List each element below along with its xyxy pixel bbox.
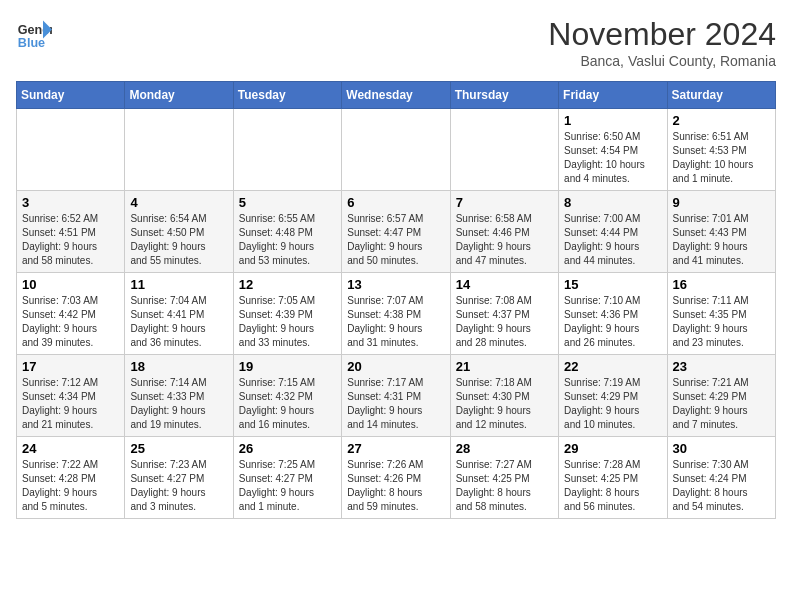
day-number: 17: [22, 359, 119, 374]
calendar-cell: 27Sunrise: 7:26 AM Sunset: 4:26 PM Dayli…: [342, 437, 450, 519]
day-info: Sunrise: 7:25 AM Sunset: 4:27 PM Dayligh…: [239, 458, 336, 514]
day-number: 26: [239, 441, 336, 456]
day-info: Sunrise: 6:54 AM Sunset: 4:50 PM Dayligh…: [130, 212, 227, 268]
title-block: November 2024 Banca, Vaslui County, Roma…: [548, 16, 776, 69]
weekday-header-sunday: Sunday: [17, 82, 125, 109]
calendar-cell: 29Sunrise: 7:28 AM Sunset: 4:25 PM Dayli…: [559, 437, 667, 519]
svg-text:Blue: Blue: [18, 36, 45, 50]
weekday-header-monday: Monday: [125, 82, 233, 109]
day-info: Sunrise: 7:21 AM Sunset: 4:29 PM Dayligh…: [673, 376, 770, 432]
day-number: 9: [673, 195, 770, 210]
calendar-cell: 20Sunrise: 7:17 AM Sunset: 4:31 PM Dayli…: [342, 355, 450, 437]
logo: General Blue: [16, 16, 52, 52]
day-info: Sunrise: 7:30 AM Sunset: 4:24 PM Dayligh…: [673, 458, 770, 514]
calendar-cell: 13Sunrise: 7:07 AM Sunset: 4:38 PM Dayli…: [342, 273, 450, 355]
day-number: 19: [239, 359, 336, 374]
calendar-cell: 18Sunrise: 7:14 AM Sunset: 4:33 PM Dayli…: [125, 355, 233, 437]
day-info: Sunrise: 7:26 AM Sunset: 4:26 PM Dayligh…: [347, 458, 444, 514]
day-number: 21: [456, 359, 553, 374]
day-info: Sunrise: 7:05 AM Sunset: 4:39 PM Dayligh…: [239, 294, 336, 350]
weekday-header-thursday: Thursday: [450, 82, 558, 109]
day-info: Sunrise: 7:03 AM Sunset: 4:42 PM Dayligh…: [22, 294, 119, 350]
logo-icon: General Blue: [16, 16, 52, 52]
calendar-cell: 21Sunrise: 7:18 AM Sunset: 4:30 PM Dayli…: [450, 355, 558, 437]
day-number: 13: [347, 277, 444, 292]
day-info: Sunrise: 7:18 AM Sunset: 4:30 PM Dayligh…: [456, 376, 553, 432]
day-number: 10: [22, 277, 119, 292]
day-number: 27: [347, 441, 444, 456]
calendar-cell: 15Sunrise: 7:10 AM Sunset: 4:36 PM Dayli…: [559, 273, 667, 355]
day-number: 29: [564, 441, 661, 456]
calendar-cell: 26Sunrise: 7:25 AM Sunset: 4:27 PM Dayli…: [233, 437, 341, 519]
day-info: Sunrise: 6:55 AM Sunset: 4:48 PM Dayligh…: [239, 212, 336, 268]
day-info: Sunrise: 6:58 AM Sunset: 4:46 PM Dayligh…: [456, 212, 553, 268]
calendar-cell: [233, 109, 341, 191]
day-number: 1: [564, 113, 661, 128]
day-info: Sunrise: 7:19 AM Sunset: 4:29 PM Dayligh…: [564, 376, 661, 432]
calendar-cell: 17Sunrise: 7:12 AM Sunset: 4:34 PM Dayli…: [17, 355, 125, 437]
calendar-cell: 1Sunrise: 6:50 AM Sunset: 4:54 PM Daylig…: [559, 109, 667, 191]
calendar-cell: 2Sunrise: 6:51 AM Sunset: 4:53 PM Daylig…: [667, 109, 775, 191]
day-number: 4: [130, 195, 227, 210]
calendar-week-4: 17Sunrise: 7:12 AM Sunset: 4:34 PM Dayli…: [17, 355, 776, 437]
location-subtitle: Banca, Vaslui County, Romania: [548, 53, 776, 69]
calendar-cell: 23Sunrise: 7:21 AM Sunset: 4:29 PM Dayli…: [667, 355, 775, 437]
day-info: Sunrise: 6:50 AM Sunset: 4:54 PM Dayligh…: [564, 130, 661, 186]
calendar-cell: 5Sunrise: 6:55 AM Sunset: 4:48 PM Daylig…: [233, 191, 341, 273]
day-number: 23: [673, 359, 770, 374]
weekday-header-wednesday: Wednesday: [342, 82, 450, 109]
calendar-cell: 28Sunrise: 7:27 AM Sunset: 4:25 PM Dayli…: [450, 437, 558, 519]
calendar-cell: 8Sunrise: 7:00 AM Sunset: 4:44 PM Daylig…: [559, 191, 667, 273]
calendar-cell: 6Sunrise: 6:57 AM Sunset: 4:47 PM Daylig…: [342, 191, 450, 273]
day-info: Sunrise: 7:23 AM Sunset: 4:27 PM Dayligh…: [130, 458, 227, 514]
day-info: Sunrise: 6:51 AM Sunset: 4:53 PM Dayligh…: [673, 130, 770, 186]
day-info: Sunrise: 7:17 AM Sunset: 4:31 PM Dayligh…: [347, 376, 444, 432]
calendar-cell: 24Sunrise: 7:22 AM Sunset: 4:28 PM Dayli…: [17, 437, 125, 519]
calendar-cell: 11Sunrise: 7:04 AM Sunset: 4:41 PM Dayli…: [125, 273, 233, 355]
day-number: 5: [239, 195, 336, 210]
calendar-week-2: 3Sunrise: 6:52 AM Sunset: 4:51 PM Daylig…: [17, 191, 776, 273]
calendar-week-5: 24Sunrise: 7:22 AM Sunset: 4:28 PM Dayli…: [17, 437, 776, 519]
calendar-cell: 10Sunrise: 7:03 AM Sunset: 4:42 PM Dayli…: [17, 273, 125, 355]
day-info: Sunrise: 7:04 AM Sunset: 4:41 PM Dayligh…: [130, 294, 227, 350]
day-number: 14: [456, 277, 553, 292]
day-number: 2: [673, 113, 770, 128]
day-number: 3: [22, 195, 119, 210]
calendar-cell: [450, 109, 558, 191]
day-number: 24: [22, 441, 119, 456]
calendar-week-3: 10Sunrise: 7:03 AM Sunset: 4:42 PM Dayli…: [17, 273, 776, 355]
day-info: Sunrise: 7:14 AM Sunset: 4:33 PM Dayligh…: [130, 376, 227, 432]
calendar-cell: 19Sunrise: 7:15 AM Sunset: 4:32 PM Dayli…: [233, 355, 341, 437]
day-number: 18: [130, 359, 227, 374]
day-number: 12: [239, 277, 336, 292]
day-number: 22: [564, 359, 661, 374]
month-title: November 2024: [548, 16, 776, 53]
calendar-table: SundayMondayTuesdayWednesdayThursdayFrid…: [16, 81, 776, 519]
calendar-cell: [17, 109, 125, 191]
day-number: 6: [347, 195, 444, 210]
day-number: 28: [456, 441, 553, 456]
day-info: Sunrise: 7:10 AM Sunset: 4:36 PM Dayligh…: [564, 294, 661, 350]
calendar-cell: 14Sunrise: 7:08 AM Sunset: 4:37 PM Dayli…: [450, 273, 558, 355]
day-info: Sunrise: 7:11 AM Sunset: 4:35 PM Dayligh…: [673, 294, 770, 350]
calendar-cell: 9Sunrise: 7:01 AM Sunset: 4:43 PM Daylig…: [667, 191, 775, 273]
day-number: 20: [347, 359, 444, 374]
calendar-cell: [342, 109, 450, 191]
calendar-cell: 12Sunrise: 7:05 AM Sunset: 4:39 PM Dayli…: [233, 273, 341, 355]
day-info: Sunrise: 7:22 AM Sunset: 4:28 PM Dayligh…: [22, 458, 119, 514]
calendar-cell: 4Sunrise: 6:54 AM Sunset: 4:50 PM Daylig…: [125, 191, 233, 273]
day-info: Sunrise: 7:15 AM Sunset: 4:32 PM Dayligh…: [239, 376, 336, 432]
day-info: Sunrise: 7:27 AM Sunset: 4:25 PM Dayligh…: [456, 458, 553, 514]
weekday-header-saturday: Saturday: [667, 82, 775, 109]
weekday-header-row: SundayMondayTuesdayWednesdayThursdayFrid…: [17, 82, 776, 109]
day-number: 16: [673, 277, 770, 292]
day-number: 25: [130, 441, 227, 456]
day-number: 11: [130, 277, 227, 292]
day-info: Sunrise: 7:07 AM Sunset: 4:38 PM Dayligh…: [347, 294, 444, 350]
calendar-cell: 16Sunrise: 7:11 AM Sunset: 4:35 PM Dayli…: [667, 273, 775, 355]
calendar-cell: 25Sunrise: 7:23 AM Sunset: 4:27 PM Dayli…: [125, 437, 233, 519]
weekday-header-tuesday: Tuesday: [233, 82, 341, 109]
day-number: 30: [673, 441, 770, 456]
day-number: 7: [456, 195, 553, 210]
day-info: Sunrise: 7:08 AM Sunset: 4:37 PM Dayligh…: [456, 294, 553, 350]
